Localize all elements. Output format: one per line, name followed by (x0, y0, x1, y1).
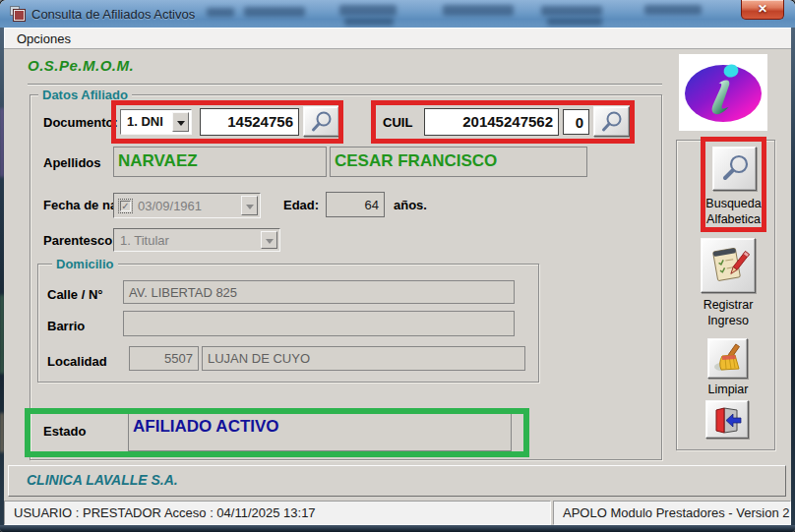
title-bar: Consulta de Afiliados Activos ✕ (0, 0, 795, 28)
glass-artifact (541, 6, 602, 16)
apellidos-label: Apellidos (43, 155, 101, 170)
info-logo-art (679, 54, 767, 131)
localidad-label: Localidad (47, 354, 107, 369)
window-icon-front (14, 10, 25, 21)
prestador-panel: CLINICA LAVALLE S.A. (8, 465, 786, 497)
cuil-numero-input[interactable]: 20145247562 (424, 108, 559, 136)
barrio-value (124, 312, 514, 316)
search-icon (599, 110, 625, 134)
glass-artifact (339, 5, 397, 16)
fecha-nac-checkbox: ✓ (118, 199, 133, 213)
cuil-search-button[interactable] (593, 106, 630, 137)
menu-opciones[interactable]: Opciones (10, 30, 78, 48)
nombres-value: CESAR FRANCISCO (331, 148, 586, 171)
nombres-field: CESAR FRANCISCO (330, 147, 587, 177)
glass-artifact (207, 8, 234, 17)
calle-field: AV. LIBERTAD 825 (123, 280, 515, 304)
registrar-label-line2: Ingreso (696, 313, 761, 328)
org-brand: O.S.Pe.M.O.M. (28, 57, 134, 74)
busqueda-label-line1: Busqueda (701, 196, 766, 211)
statusbar-user: USUARIO : PRESTADOR Acceso : 04/11/2025 … (4, 501, 551, 525)
prestador-name: CLINICA LAVALLE S.A. (27, 472, 178, 488)
cuil-verificador-input[interactable]: 0 (563, 109, 589, 135)
broom-icon (712, 343, 744, 375)
barrio-field (123, 311, 515, 336)
edad-sufijo: años. (394, 198, 427, 212)
estado-label: Estado (43, 424, 86, 439)
glass-artifact (644, 5, 702, 15)
estado-value: AFILIADO ACTIVO (129, 414, 511, 437)
header-divider (28, 84, 662, 86)
localidad-codigo-field: 5507 (129, 346, 199, 371)
chevron-down-icon (177, 121, 185, 130)
calle-value: AV. LIBERTAD 825 (124, 281, 514, 300)
window-frame-bottom (0, 525, 795, 532)
barrio-label: Barrio (47, 319, 85, 333)
group-domicilio-label: Domicilio (52, 257, 118, 271)
documento-search-button[interactable] (303, 106, 339, 137)
registrar-ingreso-label: Registrar Ingreso (696, 297, 761, 328)
exit-door-icon (711, 405, 743, 435)
busqueda-alfabetica-label: Busqueda Alfabetica (701, 196, 766, 227)
parentesco-select: 1. Titular (113, 228, 280, 252)
limpiar-button[interactable] (707, 338, 748, 379)
documento-tipo-dropdown-button[interactable] (172, 112, 189, 132)
busqueda-alfabetica-button[interactable] (712, 147, 757, 191)
glass-artifact (344, 18, 394, 26)
parentesco-value: 1. Titular (120, 233, 169, 248)
documento-numero-input[interactable]: 14524756 (200, 108, 299, 136)
app-window: Consulta de Afiliados Activos ✕ Opciones… (0, 0, 795, 532)
localidad-nombre-value: LUJAN DE CUYO (203, 347, 524, 366)
apellido-field: NARVAEZ (113, 147, 327, 177)
estado-field: AFILIADO ACTIVO (128, 413, 512, 451)
window-icon (10, 6, 26, 22)
search-icon (718, 153, 752, 185)
window-frame-right (791, 28, 795, 526)
window-title: Consulta de Afiliados Activos (31, 7, 195, 22)
edad-value: 64 (327, 193, 384, 212)
menu-bar: Opciones (4, 28, 791, 49)
apellido-value: NARVAEZ (114, 148, 326, 171)
salir-button[interactable] (705, 400, 749, 439)
documento-tipo-select[interactable]: 1. DNI (120, 109, 192, 135)
parentesco-dropdown-button (261, 231, 277, 249)
glass-artifact (244, 7, 305, 17)
glass-artifact (547, 18, 602, 26)
close-button[interactable]: ✕ (741, 0, 784, 20)
group-datos-label: Datos Afiliado (38, 88, 132, 102)
parentesco-label: Parentesco: (43, 233, 116, 248)
documento-tipo-value: 1. DNI (127, 114, 163, 129)
fecha-nac-dropdown-button (241, 196, 258, 215)
statusbar-version: APOLO Modulo Prestadores - Version 2.3 (553, 501, 791, 525)
busqueda-label-line2: Alfabetica (701, 211, 766, 227)
edad-label: Edad: (283, 198, 319, 212)
chevron-down-icon (246, 205, 254, 213)
checkmark-icon: ✓ (120, 201, 131, 211)
glass-artifact (443, 5, 514, 16)
edad-field: 64 (326, 192, 385, 217)
registrar-label-line1: Registrar (696, 297, 761, 313)
calle-label: Calle / N° (47, 287, 103, 302)
documento-label: Documento: (43, 115, 118, 130)
cuil-label: CUIL (383, 115, 412, 130)
registrar-ingreso-button[interactable] (701, 238, 756, 293)
search-icon (309, 110, 335, 134)
localidad-nombre-field: LUJAN DE CUYO (202, 346, 525, 371)
fecha-nac-picker: ✓ 03/09/1961 (113, 193, 261, 218)
notepad-pencil-icon (706, 243, 750, 288)
fecha-nac-value: 03/09/1961 (138, 199, 202, 213)
chevron-down-icon (266, 239, 274, 248)
limpiar-label: Limpiar (696, 382, 761, 397)
info-logo: i (679, 54, 767, 131)
localidad-codigo-value: 5507 (130, 347, 198, 366)
